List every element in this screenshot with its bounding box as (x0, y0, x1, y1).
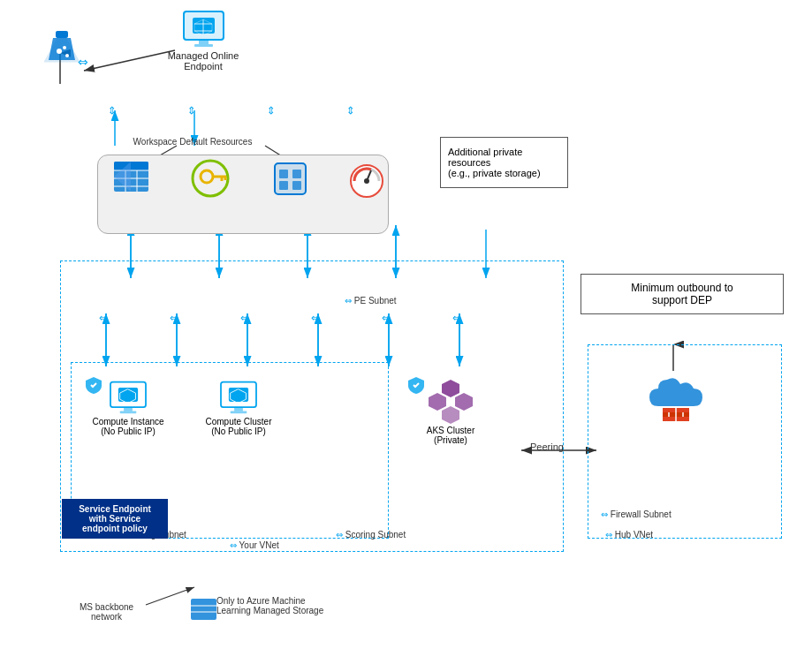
pe-connector-2: ⇔ (170, 312, 178, 324)
svg-rect-61 (279, 181, 288, 190)
your-vnet-label: ⇔ Your VNet (230, 540, 279, 550)
service-endpoint-box: Service Endpoint with Service endpoint p… (62, 499, 168, 539)
svg-rect-45 (114, 162, 148, 170)
app-insights-icon (343, 159, 391, 199)
minimum-outbound-box: Minimum outbound to support DEP (581, 274, 784, 314)
firewall-icon (632, 371, 720, 424)
svg-rect-72 (234, 407, 243, 411)
svg-marker-75 (442, 380, 459, 397)
svg-rect-59 (279, 170, 288, 178)
compute-instance-label: Compute Instance (No Public IP) (92, 417, 163, 436)
minimum-outbound-label: Minimum outbound to support DEP (631, 282, 732, 306)
ms-backbone-label: MS backbone network (80, 602, 133, 622)
svg-marker-78 (442, 406, 459, 424)
aks-cluster-label: AKS Cluster (Private) (427, 426, 474, 445)
compute-cluster-label: Compute Cluster (No Public IP) (205, 417, 271, 436)
svg-rect-68 (124, 407, 133, 411)
managed-online-endpoint-label: Managed Online Endpoint (168, 50, 239, 72)
svg-point-38 (63, 46, 66, 49)
managed-storage-icon (186, 596, 221, 623)
svg-marker-76 (429, 393, 446, 411)
svg-point-36 (57, 49, 62, 54)
peering-label: Peering (530, 441, 564, 452)
diagram-container: ⇔ Managed Online Endpoint Workspace Defa… (0, 0, 812, 649)
key-vault-icon (184, 159, 237, 199)
ws-connector-3: ⇔ (265, 106, 277, 115)
svg-rect-35 (56, 31, 68, 38)
ws-connector-2: ⇔ (186, 106, 198, 115)
pe-connector-4: ⇔ (311, 312, 320, 324)
svg-rect-73 (231, 411, 247, 414)
svg-rect-58 (275, 163, 306, 194)
compute-instance-icon: Compute Instance (No Public IP) (80, 380, 177, 436)
ws-connector-4: ⇔ (345, 106, 357, 115)
pe-connector-5: ⇔ (382, 312, 391, 324)
storage-table-icon (104, 159, 157, 194)
svg-rect-60 (292, 170, 301, 178)
managed-online-endpoint: Managed Online Endpoint (150, 9, 256, 72)
svg-point-66 (364, 178, 369, 184)
pe-connector-6: ⇔ (452, 312, 461, 324)
additional-private-resources-box: Additional private resources (e.g., priv… (440, 137, 568, 188)
service-endpoint-label: Service Endpoint with Service endpoint p… (79, 504, 151, 533)
aml-connector: ⇔ (78, 55, 88, 69)
svg-rect-62 (292, 181, 301, 190)
pe-connector-1: ⇔ (99, 312, 108, 324)
ws-connector-1: ⇔ (106, 106, 118, 115)
aks-cluster-icon: AKS Cluster (Private) (402, 380, 499, 445)
compute-cluster-icon: Compute Cluster (No Public IP) (190, 380, 287, 436)
workspace-default-label: Workspace Default Resources (104, 137, 281, 147)
firewall-subnet-label: ⇔ Firewall Subnet (601, 509, 672, 519)
svg-rect-69 (120, 411, 137, 414)
svg-point-37 (65, 54, 69, 57)
svg-rect-42 (194, 44, 213, 47)
scoring-subnet-label: ⇔ Scoring Subnet (336, 530, 406, 540)
additional-private-label: Additional private resources (e.g., priv… (448, 147, 541, 178)
svg-rect-86 (191, 599, 216, 620)
hub-vnet-label: ⇔ Hub VNet (605, 530, 653, 540)
svg-marker-77 (455, 393, 473, 411)
container-registry-icon (263, 159, 316, 199)
pe-connector-3: ⇔ (240, 312, 249, 324)
managed-storage-label: Only to Azure Machine Learning Managed S… (216, 596, 323, 615)
pe-subnet-label: ⇔ PE Subnet (345, 296, 397, 306)
svg-rect-41 (199, 40, 209, 44)
